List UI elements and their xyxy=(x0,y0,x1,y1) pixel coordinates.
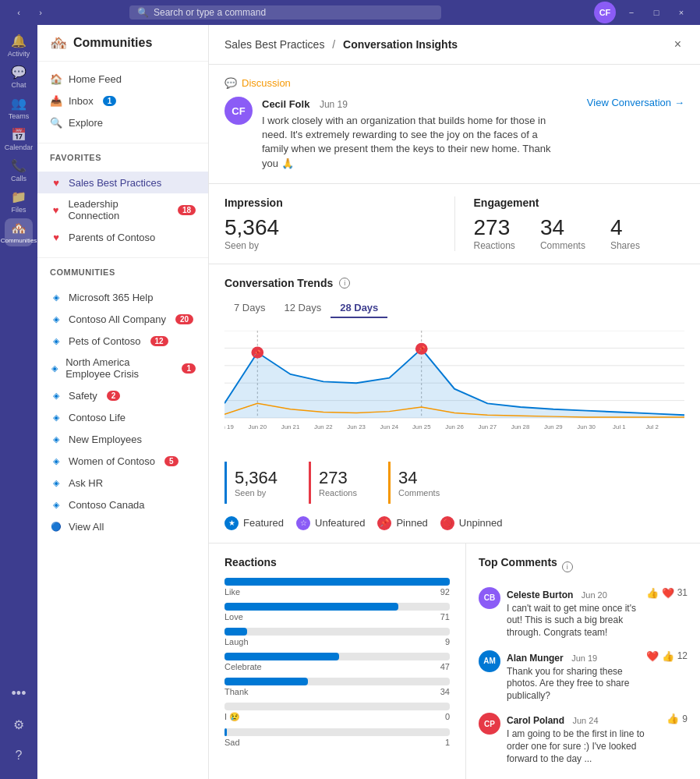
sidebar-item-ms365[interactable]: ◈ Microsoft 365 Help xyxy=(37,286,208,308)
sidebar-item-sales-best-practices[interactable]: ♥ Sales Best Practices xyxy=(37,172,208,193)
sidebar-item-contoso-canada[interactable]: ◈ Contoso Canada xyxy=(37,494,208,515)
sidebar-item-parents[interactable]: ♥ Parents of Contoso xyxy=(37,226,208,248)
rail-item-activity[interactable]: 🔔Activity xyxy=(5,31,33,59)
sidebar-item-view-all[interactable]: 🔵 View All xyxy=(37,515,208,537)
sidebar-item-explore[interactable]: 🔍 Explore xyxy=(37,112,208,133)
unfeatured-label: Unfeatured xyxy=(315,517,365,529)
rail-item-calls[interactable]: 📞Calls xyxy=(5,156,33,184)
post-content: Cecil Folk Jun 19 I work closely with an… xyxy=(262,97,565,171)
impression-box: Impression 5,364 Seen by xyxy=(224,197,454,251)
chart-reactions-stat: 273 Reactions xyxy=(309,462,373,504)
window-close-button[interactable]: × xyxy=(672,3,691,22)
stats-row: Impression 5,364 Seen by Engagement 273 … xyxy=(209,184,700,264)
sidebar-item-sales-label: Sales Best Practices xyxy=(69,177,161,189)
rail-item-calendar[interactable]: 📅Calendar xyxy=(5,125,33,153)
minimize-button[interactable]: − xyxy=(622,3,641,22)
thumb-emoji-carol: 👍 xyxy=(666,713,679,724)
community-icon-safety: ◈ xyxy=(50,389,62,402)
svg-text:Jun 21: Jun 21 xyxy=(281,423,300,430)
panel-header: Sales Best Practices / Conversation Insi… xyxy=(209,25,700,65)
trends-title: Conversation Trends xyxy=(224,277,333,289)
reactions-label: Reactions xyxy=(474,240,515,251)
app-wrapper: ‹ › 🔍 Search or type a command CF − □ × … xyxy=(0,0,700,779)
sidebar-item-contoso-life[interactable]: ◈ Contoso Life xyxy=(37,406,208,428)
leadership-badge: 18 xyxy=(178,205,196,215)
reaction-count-celeste: 31 xyxy=(677,587,688,598)
community-icon-contoso-life: ◈ xyxy=(50,411,62,423)
svg-text:Jun 29: Jun 29 xyxy=(544,423,563,430)
reaction-count-carol: 9 xyxy=(682,713,688,724)
rail-item-chat[interactable]: 💬Chat xyxy=(5,62,33,90)
unpinned-button[interactable]: 🚫 Unpinned xyxy=(440,516,503,530)
sidebar-item-leadership[interactable]: ♥ Leadership Connection 18 xyxy=(37,193,208,226)
view-conversation-button[interactable]: View Conversation → xyxy=(574,97,684,108)
back-button[interactable]: ‹ xyxy=(9,3,28,22)
community-icon-contoso-canada: ◈ xyxy=(50,498,62,511)
rail-item-help[interactable]: ? xyxy=(5,742,33,770)
breadcrumb-separator: / xyxy=(332,38,338,51)
communities-icon: 🏘️ xyxy=(50,34,67,51)
rail-item-communities[interactable]: 🏘️Communities xyxy=(5,218,33,246)
post-date: Jun 19 xyxy=(320,99,348,110)
sidebar-item-contoso-all[interactable]: ◈ Contoso All Company 20 xyxy=(37,308,208,330)
tab-12-days[interactable]: 12 Days xyxy=(274,299,331,318)
post-text: I work closely with an organization that… xyxy=(262,114,565,171)
sidebar-item-safety[interactable]: ◈ Safety 2 xyxy=(37,384,208,406)
trend-chart: 0 50 100 150 200 250 xyxy=(224,331,684,440)
comments-value: 34 xyxy=(540,215,585,240)
sidebar-item-women[interactable]: ◈ Women of Contoso 5 xyxy=(37,450,208,472)
sidebar-item-ask-hr-label: Ask HR xyxy=(69,477,103,489)
sidebar-divider-1 xyxy=(37,143,208,143)
top-comments-info-icon[interactable]: i xyxy=(562,561,573,572)
maximize-button[interactable]: □ xyxy=(647,3,666,22)
comment-reactions-carol: 👍 9 xyxy=(666,713,688,724)
search-bar[interactable]: 🔍 Search or type a command xyxy=(129,5,441,19)
search-placeholder: Search or type a command xyxy=(154,7,266,18)
tab-28-days[interactable]: 28 Days xyxy=(331,299,387,318)
sidebar-item-home-feed[interactable]: 🏠 Home Feed xyxy=(37,68,208,90)
forward-button[interactable]: › xyxy=(31,3,50,22)
sidebar-item-inbox[interactable]: 📥 Inbox 1 xyxy=(37,90,208,112)
inbox-icon: 📥 xyxy=(50,94,62,107)
breadcrumb: Sales Best Practices / Conversation Insi… xyxy=(224,38,458,51)
comment-body-celeste: Celeste Burton Jun 20 I can't wait to ge… xyxy=(507,587,640,639)
rail-item-more[interactable]: ••• xyxy=(5,679,33,707)
reaction-laugh: Laugh9 xyxy=(224,628,450,646)
pinned-button[interactable]: 📌 Pinned xyxy=(377,516,427,530)
rail-item-teams[interactable]: 👥Teams xyxy=(5,94,33,122)
sidebar-item-ask-hr[interactable]: ◈ Ask HR xyxy=(37,472,208,494)
svg-text:Jun 22: Jun 22 xyxy=(314,423,333,430)
svg-text:Jun 24: Jun 24 xyxy=(380,423,399,430)
user-avatar[interactable]: CF xyxy=(594,2,616,23)
sidebar-item-north-america[interactable]: ◈ North America Employee Crisis 1 xyxy=(37,352,208,384)
sidebar: 🏘️ Communities 🏠 Home Feed 📥 Inbox 1 🔍 E… xyxy=(37,25,209,779)
rail-item-files[interactable]: 📁Files xyxy=(5,187,33,215)
featured-button[interactable]: ★ Featured xyxy=(224,516,284,530)
search-icon: 🔍 xyxy=(137,7,149,18)
impression-label: Impression xyxy=(224,197,436,209)
comment-text-alan: Thank you for sharing these photos. Are … xyxy=(507,666,640,703)
rail-item-settings[interactable]: ⚙ xyxy=(5,710,33,738)
safety-badge: 2 xyxy=(107,391,121,401)
comment-date-carol: Jun 24 xyxy=(572,716,598,725)
unfeatured-button[interactable]: ☆ Unfeatured xyxy=(296,516,365,530)
tab-7-days[interactable]: 7 Days xyxy=(224,299,274,318)
comment-author-celeste: Celeste Burton xyxy=(507,590,573,600)
trends-info-icon[interactable]: i xyxy=(339,278,350,289)
inbox-badge: 1 xyxy=(103,96,117,106)
favorites-label: Favorites xyxy=(37,147,208,165)
comment-text-carol: I am going to be the first in line to or… xyxy=(507,728,660,765)
chart-stats: 5,364 Seen by 273 Reactions 34 Comments xyxy=(224,462,684,504)
impression-value: 5,364 xyxy=(224,215,436,240)
sidebar-item-explore-label: Explore xyxy=(69,117,103,129)
breadcrumb-parent[interactable]: Sales Best Practices xyxy=(224,38,324,51)
trends-header: Conversation Trends i xyxy=(224,277,684,289)
sidebar-item-pets-label: Pets of Contoso xyxy=(69,335,141,347)
community-icon-north-america: ◈ xyxy=(50,362,59,374)
comment-body-alan: Alan Munger Jun 19 Thank you for sharing… xyxy=(507,650,640,703)
panel-close-button[interactable]: × xyxy=(671,34,684,55)
comment-text-celeste: I can't wait to get mine once it's out! … xyxy=(507,603,640,639)
sidebar-item-new-employees[interactable]: ◈ New Employees xyxy=(37,428,208,450)
sidebar-item-pets[interactable]: ◈ Pets of Contoso 12 xyxy=(37,330,208,352)
svg-text:📌: 📌 xyxy=(418,345,426,352)
